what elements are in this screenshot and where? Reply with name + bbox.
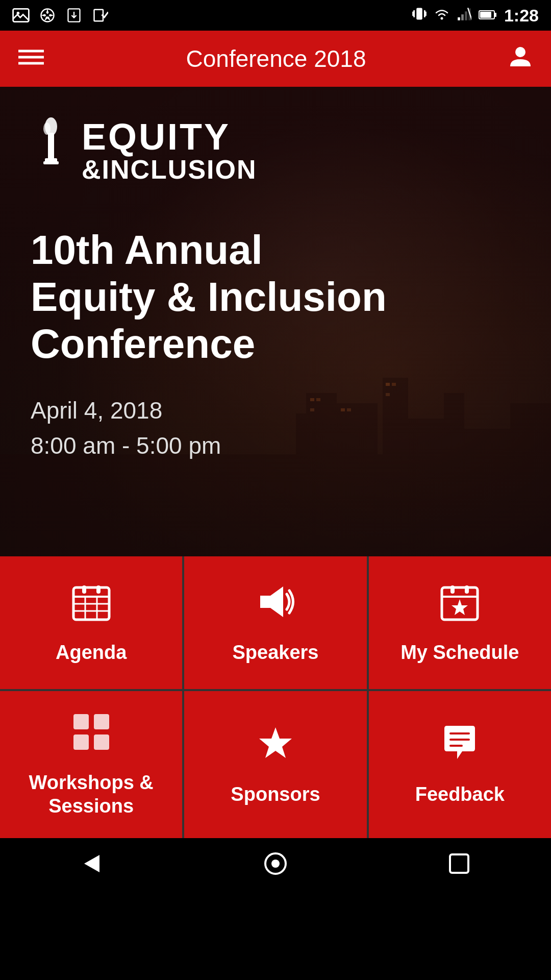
sponsors-label: Sponsors — [231, 783, 320, 806]
svg-rect-64 — [465, 585, 469, 594]
logo-icon — [31, 117, 71, 186]
logo-text: EQUITY &INCLUSION — [82, 118, 257, 184]
svg-marker-7 — [41, 14, 46, 17]
feedback-label: Feedback — [415, 783, 505, 806]
svg-rect-77 — [450, 854, 468, 873]
agenda-tile[interactable]: Agenda — [0, 556, 182, 689]
battery-icon — [479, 7, 497, 24]
svg-rect-67 — [94, 714, 109, 729]
svg-rect-49 — [48, 133, 54, 161]
wifi-icon — [434, 7, 450, 24]
image-status-icon — [12, 8, 30, 22]
status-bar: 1:28 — [0, 0, 551, 31]
recents-button[interactable] — [439, 843, 480, 884]
calendar-star-icon — [439, 581, 480, 629]
svg-rect-62 — [442, 596, 478, 598]
nav-title: Conference 2018 — [186, 45, 366, 72]
home-button[interactable] — [255, 843, 296, 884]
svg-rect-68 — [73, 734, 89, 750]
svg-rect-20 — [465, 11, 467, 20]
vibrate-icon — [412, 6, 427, 25]
speakers-tile[interactable]: Speakers — [184, 556, 366, 689]
time-display: 1:28 — [504, 6, 539, 26]
svg-point-76 — [271, 860, 280, 868]
svg-rect-54 — [82, 585, 86, 594]
svg-rect-25 — [494, 13, 496, 17]
svg-marker-3 — [46, 9, 49, 14]
workshops-icon — [71, 712, 112, 759]
svg-rect-63 — [450, 585, 455, 594]
agenda-label: Agenda — [56, 641, 127, 665]
svg-rect-11 — [416, 8, 422, 19]
feedback-tile[interactable]: Feedback — [369, 691, 551, 838]
logo-inclusion: &INCLUSION — [82, 155, 257, 184]
hero-section: EQUITY &INCLUSION 10th Annual Equity & I… — [0, 87, 551, 556]
svg-rect-18 — [458, 17, 460, 20]
status-icons-right: 1:28 — [412, 6, 539, 26]
hamburger-button[interactable] — [18, 46, 44, 71]
bottom-nav — [0, 838, 551, 889]
download-status-icon — [65, 8, 83, 22]
svg-marker-60 — [260, 586, 283, 617]
svg-marker-6 — [44, 17, 47, 21]
svg-marker-70 — [259, 727, 292, 758]
back-button[interactable] — [71, 843, 112, 884]
profile-button[interactable] — [508, 44, 533, 74]
svg-marker-5 — [47, 17, 51, 21]
workshops-label: Workshops & Sessions — [10, 771, 172, 818]
menu-grid: Agenda Speakers My Schedu — [0, 556, 551, 838]
sponsors-icon — [255, 723, 296, 771]
svg-point-29 — [515, 47, 525, 57]
svg-rect-51 — [43, 161, 59, 164]
svg-point-16 — [440, 17, 443, 20]
hero-date: April 4, 2018 8:00 am - 5:00 pm — [31, 393, 520, 463]
svg-marker-74 — [84, 855, 99, 872]
logo-area: EQUITY &INCLUSION — [31, 117, 520, 186]
svg-marker-65 — [452, 599, 468, 615]
logo-equity: EQUITY — [82, 118, 257, 155]
svg-rect-69 — [94, 734, 109, 750]
svg-rect-53 — [73, 596, 109, 598]
nav-bar: Conference 2018 — [0, 31, 551, 87]
status-icons-left — [12, 8, 109, 22]
calendar-grid-icon — [71, 581, 112, 629]
svg-rect-19 — [461, 14, 464, 20]
hero-content: 10th Annual Equity & Inclusion Conferenc… — [31, 227, 520, 463]
sponsors-tile[interactable]: Sponsors — [184, 691, 366, 838]
my-schedule-tile[interactable]: My Schedule — [369, 556, 551, 689]
svg-rect-0 — [13, 9, 29, 21]
feedback-icon — [439, 723, 480, 771]
svg-rect-24 — [480, 12, 491, 18]
my-schedule-label: My Schedule — [400, 641, 519, 665]
signal-icon — [457, 7, 471, 24]
svg-marker-4 — [49, 14, 54, 17]
speaker-icon — [255, 581, 296, 629]
soccer-status-icon — [39, 8, 56, 22]
speakers-label: Speakers — [232, 641, 318, 665]
svg-rect-66 — [73, 714, 89, 729]
svg-rect-55 — [96, 585, 101, 594]
hero-title: 10th Annual Equity & Inclusion Conferenc… — [31, 227, 520, 368]
workshops-tile[interactable]: Workshops & Sessions — [0, 691, 182, 838]
task-status-icon — [92, 8, 109, 22]
